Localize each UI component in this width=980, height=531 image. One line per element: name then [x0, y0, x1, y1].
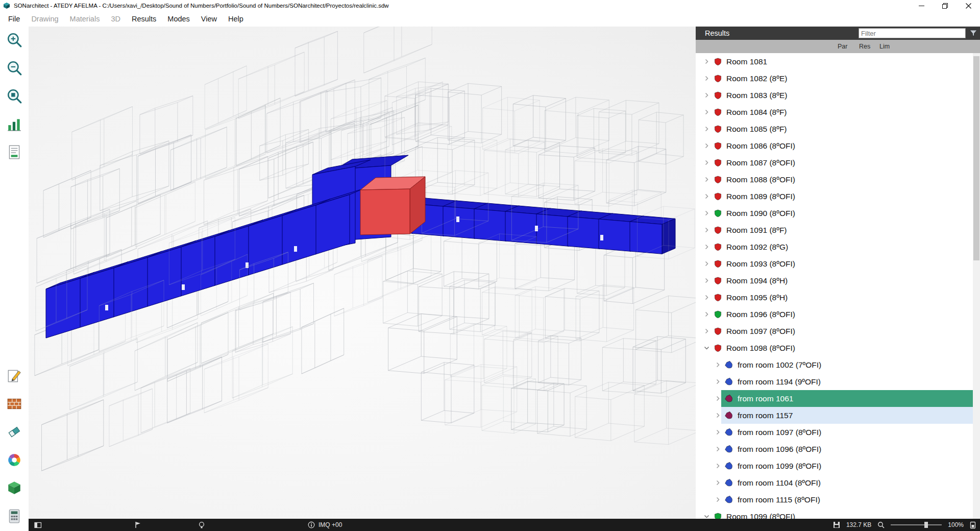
tree-row-body[interactable]: from room 1097 (8ºOFI) — [721, 424, 973, 441]
tree-row[interactable]: Room 1094 (8ºH) — [696, 272, 973, 289]
tree-row[interactable]: Room 1082 (8ºE) — [696, 70, 973, 87]
tree-row-body[interactable]: Room 1089 (8ºOFI) — [710, 188, 973, 205]
tree-row[interactable]: Room 1085 (8ºF) — [696, 120, 973, 137]
tree-row[interactable]: Room 1092 (8ºG) — [696, 238, 973, 255]
expand-chevron-icon[interactable] — [714, 446, 721, 453]
expand-chevron-icon[interactable] — [703, 227, 710, 234]
tree-row-body[interactable]: from room 1002 (7ºOFI) — [721, 356, 973, 373]
expand-chevron-icon[interactable] — [703, 159, 710, 166]
tree-row-body[interactable]: from room 1194 (9ºOFI) — [721, 373, 973, 390]
expand-chevron-icon[interactable] — [703, 311, 710, 318]
zoom-out-button[interactable] — [4, 58, 24, 78]
tree-row[interactable]: Room 1098 (8ºOFI) — [696, 340, 973, 356]
tree-row-body[interactable]: Room 1094 (8ºH) — [710, 272, 973, 289]
calculate-button[interactable] — [4, 506, 24, 526]
expand-chevron-icon[interactable] — [714, 496, 721, 503]
tree-row[interactable]: Room 1088 (8ºOFI) — [696, 171, 973, 188]
column-res[interactable]: Res — [859, 40, 870, 53]
tree-row[interactable]: from room 1096 (8ºOFI) — [696, 441, 973, 457]
report-button[interactable] — [4, 142, 24, 162]
tree-row[interactable]: from room 1157 — [696, 407, 973, 424]
tree-row-body[interactable]: Room 1097 (8ºOFI) — [710, 323, 973, 340]
minimize-button[interactable] — [910, 0, 933, 11]
tree-row[interactable]: from room 1097 (8ºOFI) — [696, 424, 973, 441]
tree-row-body[interactable]: from room 1157 — [721, 407, 973, 424]
tree-row-body[interactable]: from room 1115 (8ºOFI) — [721, 491, 973, 508]
expand-chevron-icon[interactable] — [703, 294, 710, 301]
tree-row-body[interactable]: Room 1092 (8ºG) — [710, 238, 973, 255]
zoom-magnifier-icon[interactable] — [877, 521, 885, 528]
tree-row-body[interactable]: Room 1096 (8ºOFI) — [710, 306, 973, 323]
menu-results[interactable]: Results — [126, 11, 162, 27]
tree-row[interactable]: Room 1096 (8ºOFI) — [696, 306, 973, 323]
tree-row[interactable]: from room 1104 (8ºOFI) — [696, 474, 973, 491]
maximize-button[interactable] — [933, 0, 957, 11]
tree-row[interactable]: Room 1087 (8ºOFI) — [696, 154, 973, 171]
expand-chevron-icon[interactable] — [703, 513, 710, 519]
tree-row[interactable]: Room 1097 (8ºOFI) — [696, 323, 973, 340]
expand-chevron-icon[interactable] — [714, 463, 721, 470]
filter-input[interactable] — [859, 28, 966, 38]
tree-row-body[interactable]: Room 1099 (8ºOFI) — [710, 508, 973, 519]
zoom-in-button[interactable] — [4, 30, 24, 50]
tree-row[interactable]: from room 1002 (7ºOFI) — [696, 356, 973, 373]
expand-chevron-icon[interactable] — [703, 193, 710, 200]
materials-button[interactable] — [4, 394, 24, 414]
menu-file[interactable]: File — [3, 11, 26, 27]
expand-chevron-icon[interactable] — [703, 109, 710, 116]
expand-chevron-icon[interactable] — [714, 361, 721, 369]
tree-row[interactable]: from room 1115 (8ºOFI) — [696, 491, 973, 508]
edit-drawing-button[interactable] — [4, 366, 24, 386]
filter-funnel-icon[interactable] — [969, 29, 977, 39]
panel-toggle-icon[interactable] — [34, 519, 42, 531]
expand-chevron-icon[interactable] — [714, 412, 721, 419]
expand-chevron-icon[interactable] — [703, 277, 710, 284]
expand-chevron-icon[interactable] — [703, 345, 710, 352]
tree-row-body[interactable]: Room 1093 (8ºOFI) — [710, 255, 973, 272]
expand-chevron-icon[interactable] — [703, 75, 710, 82]
tree-row[interactable]: Room 1091 (8ºF) — [696, 222, 973, 238]
tree-row[interactable]: from room 1194 (9ºOFI) — [696, 373, 973, 390]
viewport-3d[interactable] — [29, 27, 696, 519]
lightbulb-icon[interactable] — [198, 519, 205, 531]
view-3d-button[interactable] — [4, 478, 24, 498]
tree-row-body[interactable]: Room 1083 (8ºE) — [710, 87, 973, 104]
tree-row-body[interactable]: Room 1090 (8ºOFI) — [710, 205, 973, 222]
zoom-slider[interactable] — [891, 522, 942, 528]
column-lim[interactable]: Lim — [879, 40, 890, 53]
menu-modes[interactable]: Modes — [162, 11, 195, 27]
column-par[interactable]: Par — [838, 40, 847, 53]
zoom-slider-thumb[interactable] — [924, 522, 928, 528]
tree-row[interactable]: Room 1086 (8ºOFI) — [696, 137, 973, 154]
menu-help[interactable]: Help — [223, 11, 249, 27]
tree-row[interactable]: Room 1093 (8ºOFI) — [696, 255, 973, 272]
tree-row[interactable]: Room 1090 (8ºOFI) — [696, 205, 973, 222]
tree-row-body[interactable]: Room 1086 (8ºOFI) — [710, 137, 973, 154]
expand-chevron-icon[interactable] — [714, 395, 721, 402]
expand-chevron-icon[interactable] — [703, 210, 710, 217]
render-options-button[interactable] — [4, 450, 24, 470]
flag-icon[interactable] — [134, 519, 141, 531]
save-icon[interactable] — [833, 521, 840, 528]
expand-chevron-icon[interactable] — [714, 378, 721, 385]
tree-row-body[interactable]: Room 1098 (8ºOFI) — [710, 340, 973, 356]
tree-row[interactable]: from room 1099 (8ºOFI) — [696, 457, 973, 474]
eraser-tool-button[interactable] — [4, 422, 24, 442]
tree-row-body[interactable]: Room 1087 (8ºOFI) — [710, 154, 973, 171]
zoom-extent-button[interactable] — [4, 86, 24, 106]
menu-view[interactable]: View — [195, 11, 223, 27]
tree-row-body[interactable]: Room 1081 — [710, 53, 973, 70]
tree-row[interactable]: Room 1089 (8ºOFI) — [696, 188, 973, 205]
tree-row[interactable]: Room 1099 (8ºOFI) — [696, 508, 973, 519]
tree-row-body[interactable]: from room 1096 (8ºOFI) — [721, 441, 973, 457]
expand-chevron-icon[interactable] — [703, 142, 710, 150]
expand-chevron-icon[interactable] — [703, 244, 710, 251]
expand-chevron-icon[interactable] — [703, 58, 710, 65]
tree-row-body[interactable]: from room 1104 (8ºOFI) — [721, 474, 973, 491]
tree-row[interactable]: Room 1083 (8ºE) — [696, 87, 973, 104]
tree-row-body[interactable]: from room 1099 (8ºOFI) — [721, 457, 973, 474]
results-chart-button[interactable] — [4, 114, 24, 135]
expand-chevron-icon[interactable] — [714, 429, 721, 436]
tree-row[interactable]: from room 1061 — [696, 390, 973, 407]
tree-row[interactable]: Room 1084 (8ºF) — [696, 104, 973, 120]
